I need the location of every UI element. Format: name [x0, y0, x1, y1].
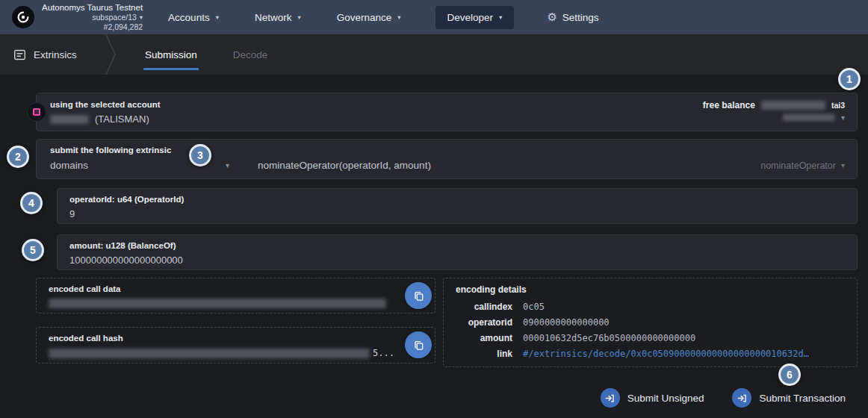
action-bar: Submit Unsigned Submit Transaction	[36, 388, 858, 408]
encoded-call-data: encoded call data	[36, 278, 435, 314]
extrinsic-row: domains ▾ nominateOperator(operatorId, a…	[50, 160, 845, 171]
detail-key: operatorid	[456, 317, 512, 328]
account-label: using the selected account	[50, 100, 161, 109]
call-signature: nominateOperator(operatorId, amount)	[258, 160, 431, 171]
network-title: Autonomys Taurus Testnet	[42, 2, 143, 13]
extrinsic-selector: submit the following extrinsic domains ▾…	[36, 139, 858, 179]
free-balance-label: free balance	[703, 100, 755, 110]
chain-name: subspace/13	[92, 13, 137, 22]
tab-submission[interactable]: Submission	[145, 34, 197, 75]
encoded-call-data-label: encoded call data	[49, 284, 423, 293]
decode-link[interactable]: #/extrinsics/decode/0x0c0509000000000000…	[523, 349, 845, 359]
account-name: (TALISMAN)	[50, 113, 161, 125]
encoding-details: encoding details callindex 0c05 operator…	[443, 278, 858, 367]
chevron-down-icon: ▾	[216, 13, 219, 21]
param-operatorid-label: operatorId: u64 (OperatorId)	[69, 195, 845, 204]
encoded-call-data-value	[49, 299, 423, 308]
sign-in-icon	[601, 388, 620, 408]
brand-text: Autonomys Taurus Testnet subspace/13 ▾ #…	[42, 2, 143, 33]
annotation-marker-2: 2	[7, 146, 29, 168]
detail-key: link	[456, 349, 512, 359]
nav-developer[interactable]: Developer ▾	[435, 6, 515, 29]
top-navbar: Autonomys Taurus Testnet subspace/13 ▾ #…	[0, 0, 868, 34]
param-amount[interactable]: amount: u128 (BalanceOf) 100000000000000…	[57, 234, 858, 270]
call-hash-tail: 5...	[373, 348, 394, 358]
main-menu: Accounts ▾ Network ▾ Governance ▾ Develo…	[167, 6, 599, 29]
submit-unsigned-label: Submit Unsigned	[627, 393, 704, 404]
breadcrumb-chevron-icon	[105, 34, 117, 75]
copy-call-hash-button[interactable]	[405, 331, 432, 358]
copy-call-data-button[interactable]	[405, 282, 432, 309]
free-balance: free balance tai3 ▾	[703, 100, 845, 125]
detail-row-operatorid: operatorid 0900000000000000	[456, 317, 845, 328]
account-avatar	[27, 102, 46, 122]
pallet-value: domains	[50, 160, 88, 171]
nav-network[interactable]: Network ▾	[253, 6, 303, 29]
tab-bar: Extrinsics Submission Decode	[0, 34, 868, 75]
tab-decode[interactable]: Decode	[233, 34, 268, 75]
redacted-balance-value	[761, 101, 825, 110]
brand: Autonomys Taurus Testnet subspace/13 ▾ #…	[12, 2, 143, 33]
account-selector[interactable]: using the selected account (TALISMAN) fr…	[36, 93, 858, 131]
annotation-marker-3: 3	[189, 144, 211, 166]
sign-in-icon	[732, 388, 751, 408]
encoded-call-hash: encoded call hash 5...	[36, 327, 435, 364]
nav-governance[interactable]: Governance ▾	[335, 6, 403, 29]
annotation-marker-6: 6	[778, 364, 801, 386]
chevron-down-icon: ▾	[841, 161, 845, 169]
encoded-section: encoded call data encoded call hash 5...	[36, 278, 858, 367]
extrinsic-label: submit the following extrinsic	[50, 146, 845, 155]
nav-accounts[interactable]: Accounts ▾	[167, 6, 220, 29]
annotation-marker-1: 1	[838, 68, 861, 90]
encoded-left-column: encoded call data encoded call hash 5...	[36, 278, 435, 367]
param-operatorid-value[interactable]: 9	[69, 208, 845, 219]
tab-submission-label: Submission	[145, 49, 197, 60]
encoded-call-hash-value: 5...	[49, 348, 423, 358]
chevron-down-icon: ▾	[140, 13, 143, 22]
nav-accounts-label: Accounts	[168, 12, 210, 23]
autonomys-logo-icon[interactable]	[12, 6, 34, 28]
annotation-marker-5: 5	[22, 239, 44, 261]
account-info: using the selected account (TALISMAN)	[50, 100, 161, 125]
encoded-call-hash-label: encoded call hash	[49, 334, 423, 343]
method-dropdown[interactable]: nominateOperator ▾	[760, 160, 845, 171]
encoding-details-title: encoding details	[456, 284, 845, 295]
param-operatorid[interactable]: operatorId: u64 (OperatorId) 9	[57, 188, 858, 224]
method-value: nominateOperator	[760, 160, 836, 171]
submit-transaction-label: Submit Transaction	[759, 393, 846, 404]
param-amount-label: amount: u128 (BalanceOf)	[69, 241, 845, 250]
copy-icon	[413, 340, 424, 351]
submit-transaction-button[interactable]: Submit Transaction	[732, 388, 846, 408]
talisman-identicon	[33, 108, 40, 116]
copy-icon	[413, 290, 424, 302]
redacted-account-name	[50, 115, 89, 124]
detail-value: 0900000000000000	[523, 317, 845, 328]
gear-icon: ⚙	[547, 10, 557, 24]
section-extrinsics: Extrinsics	[0, 34, 91, 75]
free-balance-row: free balance tai3	[703, 100, 845, 110]
block-number: #2,094,282	[42, 22, 143, 32]
tab-decode-label: Decode	[233, 49, 268, 60]
detail-value: 0c05	[523, 302, 845, 312]
annotation-marker-4: 4	[20, 192, 43, 214]
nav-network-label: Network	[255, 12, 292, 23]
chain-selector[interactable]: subspace/13 ▾	[42, 13, 143, 22]
detail-row-amount: amount 000010632d5ec76b0500000000000000	[456, 333, 845, 343]
nav-governance-label: Governance	[337, 12, 392, 23]
account-dropdown-toggle[interactable]: ▾	[783, 113, 845, 122]
detail-value: 000010632d5ec76b0500000000000000	[523, 333, 845, 343]
account-name-suffix: (TALISMAN)	[95, 113, 149, 125]
redacted-call-hash	[49, 349, 370, 358]
settings-button[interactable]: ⚙ Settings	[547, 10, 598, 24]
redacted-balance-secondary	[783, 114, 835, 121]
detail-key: amount	[456, 333, 512, 343]
param-amount-value[interactable]: 100000000000000000000	[69, 255, 845, 266]
detail-row-callindex: callindex 0c05	[456, 302, 845, 312]
chevron-down-icon: ▾	[397, 13, 400, 21]
detail-row-link: link #/extrinsics/decode/0x0c05090000000…	[456, 349, 845, 359]
main-content: using the selected account (TALISMAN) fr…	[0, 75, 868, 408]
submit-unsigned-button[interactable]: Submit Unsigned	[601, 388, 704, 408]
extrinsics-icon	[13, 49, 26, 61]
balance-unit: tai3	[831, 101, 845, 110]
section-title: Extrinsics	[34, 49, 77, 60]
